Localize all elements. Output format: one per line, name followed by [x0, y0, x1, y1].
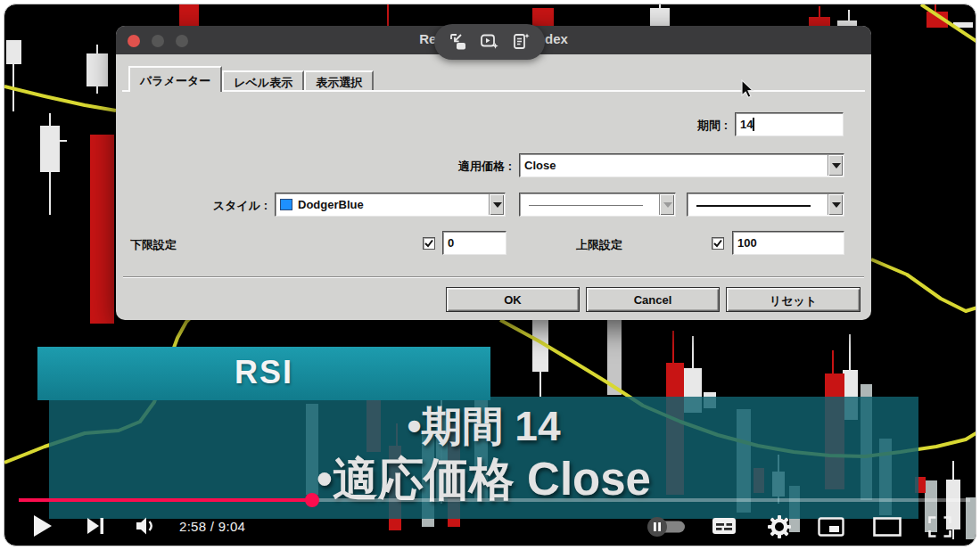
lower-limit-label: 下限設定 [130, 237, 237, 253]
dialog-tabs: パラメーター レベル表示 表示選択 [128, 66, 374, 92]
style-color-dropdown[interactable]: DodgerBlue [275, 193, 506, 217]
dropdown-button [659, 194, 674, 215]
applied-price-dropdown[interactable]: Close [519, 153, 844, 177]
checkmark-icon [712, 238, 723, 249]
progress-scrubber[interactable] [305, 493, 319, 507]
miniplayer-button[interactable] [818, 517, 844, 537]
time-display: 2:58 / 9:04 [179, 519, 245, 534]
video-player: Relative Strength Index パラメーター レベル表示 表示選… [4, 4, 976, 546]
lower-limit-input[interactable]: 0 [442, 231, 506, 255]
extension-toolbar [434, 24, 545, 60]
text-caret [753, 118, 754, 131]
tab-display-select[interactable]: 表示選択 [304, 70, 374, 92]
applied-price-value: Close [524, 159, 556, 172]
mouse-cursor [741, 79, 755, 99]
period-label: 期間 : [651, 118, 728, 134]
lower-limit-checkbox[interactable] [423, 237, 435, 250]
play-sparkle-icon[interactable] [479, 31, 500, 53]
subtitles-button[interactable] [712, 517, 737, 535]
autoplay-toggle[interactable] [646, 516, 688, 538]
upper-limit-checkbox[interactable] [712, 237, 724, 250]
color-swatch [280, 199, 292, 210]
upper-limit-label: 上限設定 [576, 237, 683, 253]
dropdown-button[interactable] [828, 194, 843, 215]
style-label: スタイル : [201, 198, 268, 214]
next-button[interactable] [86, 516, 104, 536]
settings-gear-icon[interactable] [768, 515, 791, 538]
theater-button[interactable] [873, 517, 902, 537]
rsi-settings-dialog: Relative Strength Index パラメーター レベル表示 表示選… [116, 26, 871, 320]
chevron-down-icon [493, 202, 502, 208]
applied-price-label: 適用価格 : [428, 159, 512, 175]
line-style-sample [696, 205, 811, 207]
tab-level-display[interactable]: レベル表示 [222, 70, 304, 92]
tab-parameters[interactable]: パラメーター [128, 66, 222, 92]
style-color-name: DodgerBlue [298, 198, 364, 211]
fullscreen-button[interactable] [928, 516, 951, 538]
line-style-sample [529, 205, 643, 206]
dropdown-button[interactable] [489, 194, 504, 215]
period-value: 14 [740, 118, 753, 131]
lower-limit-value: 0 [448, 236, 454, 250]
period-input[interactable]: 14 [735, 112, 844, 136]
chevron-down-icon [663, 202, 672, 208]
chevron-down-icon [832, 163, 841, 168]
upper-limit-input[interactable]: 100 [732, 231, 844, 255]
play-button[interactable] [33, 514, 53, 538]
reset-button[interactable]: リセット [726, 287, 861, 312]
style-width-dropdown[interactable] [519, 193, 676, 217]
style-line-dropdown[interactable] [687, 193, 844, 217]
miniplayer-arrow-icon[interactable] [448, 31, 469, 53]
checkmark-icon [424, 238, 434, 249]
progress-bar[interactable] [19, 498, 970, 502]
player-controls: 2:58 / 9:04 [4, 509, 976, 545]
rsi-banner: RSI [37, 347, 490, 400]
chevron-down-icon [832, 202, 841, 208]
caption-line-1: •期間 14 [49, 400, 918, 452]
dropdown-button[interactable] [828, 155, 843, 176]
separator [123, 276, 864, 278]
cancel-button[interactable]: Cancel [586, 287, 720, 312]
upper-limit-value: 100 [737, 236, 757, 250]
notes-sparkle-icon[interactable] [510, 31, 531, 53]
volume-button[interactable] [135, 515, 158, 537]
ok-button[interactable]: OK [446, 287, 580, 312]
progress-fill [19, 498, 312, 502]
